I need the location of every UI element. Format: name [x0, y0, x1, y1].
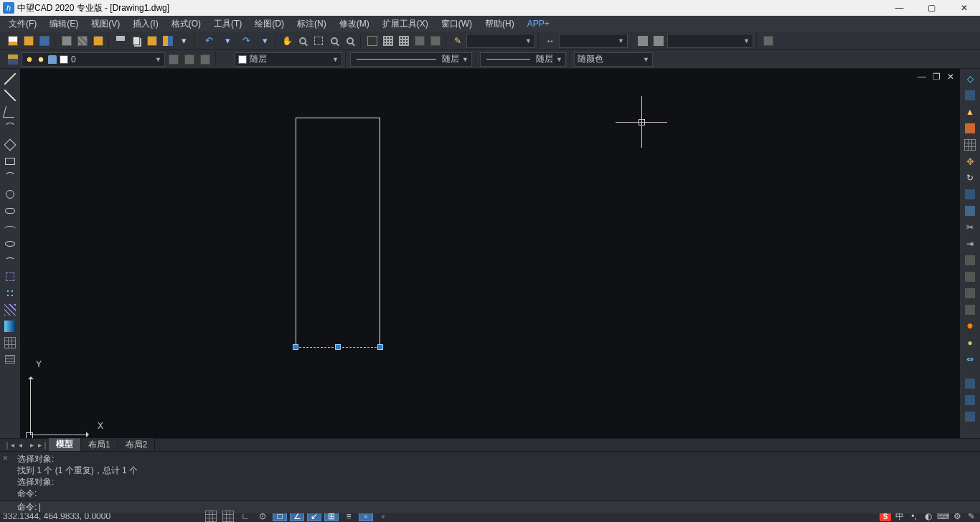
grip-start[interactable] [293, 344, 298, 350]
point-tool[interactable] [2, 286, 18, 300]
menu-tools[interactable]: 工具(T) [208, 16, 248, 32]
layer-walk-button[interactable] [198, 52, 212, 67]
copy-button[interactable] [129, 34, 143, 48]
workspace-select[interactable]: ▼ [667, 34, 753, 48]
layer-manager-button[interactable] [6, 52, 20, 67]
drawn-rectangle[interactable] [296, 118, 380, 347]
grip-end[interactable] [377, 344, 383, 350]
copy-tool[interactable] [962, 88, 978, 103]
zoom-prev-button[interactable] [327, 34, 341, 48]
new-button[interactable] [6, 34, 20, 48]
tile-h-button[interactable] [636, 34, 650, 48]
explode-tool[interactable]: ✸ [962, 319, 978, 333]
join-tool[interactable] [962, 270, 978, 284]
table-style-button[interactable] [397, 34, 411, 48]
arc-tool[interactable] [2, 121, 18, 136]
chamfer-tool[interactable] [962, 286, 978, 300]
tab-last-button[interactable]: ▸｜ [37, 440, 49, 450]
undo-drop[interactable]: ▾ [220, 34, 235, 48]
command-input[interactable]: 命令: [0, 500, 980, 513]
menu-express[interactable]: 扩展工具(X) [377, 16, 434, 32]
lineweight-select[interactable]: 随层 ▼ [480, 52, 566, 67]
dim-style-select[interactable]: ▼ [559, 34, 628, 48]
scale-tool[interactable] [962, 187, 978, 201]
menu-modify[interactable]: 修改(M) [334, 16, 375, 32]
line-tool[interactable] [2, 72, 18, 86]
offset-tool[interactable] [962, 121, 978, 136]
redo-drop[interactable]: ▾ [258, 34, 272, 48]
rotate-tool[interactable]: ↻ [962, 171, 978, 185]
redo-button[interactable]: ↷ [236, 34, 256, 48]
cleanscreen-button[interactable] [761, 34, 776, 48]
match-more-button[interactable]: ▾ [176, 34, 191, 48]
print-button[interactable] [60, 34, 74, 48]
rectangle-tool[interactable] [2, 154, 18, 169]
revcloud-tool[interactable] [2, 204, 18, 218]
layer-stack-2[interactable] [962, 393, 978, 407]
menu-help[interactable]: 帮助(H) [479, 16, 520, 32]
move-tool[interactable]: ✥ [962, 154, 978, 169]
doc-restore-button[interactable]: ❐ [931, 72, 941, 82]
spline-tool[interactable] [2, 220, 18, 234]
toggle-snap[interactable] [204, 511, 218, 521]
zoom-drop[interactable] [343, 34, 357, 48]
minimize-button[interactable]: — [883, 0, 915, 16]
fillet-tool[interactable] [962, 303, 978, 317]
close-button[interactable]: ✕ [948, 0, 980, 16]
design-center-button[interactable] [428, 34, 443, 48]
batch-print-button[interactable] [75, 34, 90, 48]
layer-prev-button[interactable] [166, 52, 181, 67]
tile-v-button[interactable] [651, 34, 666, 48]
erase-tool[interactable]: ◇ [962, 72, 978, 86]
command-close-button[interactable]: × [3, 453, 8, 463]
break-tool[interactable] [962, 253, 978, 267]
tab-first-button[interactable]: ｜◂ [3, 440, 14, 450]
dim-quick-button[interactable]: ↔ [543, 34, 557, 48]
undo-button[interactable]: ↶ [199, 34, 219, 48]
insert-tool[interactable] [2, 270, 18, 284]
doc-minimize-button[interactable]: — [917, 72, 927, 82]
highlight-style-select[interactable]: ▼ [466, 34, 535, 48]
tab-next-button[interactable]: ▸ [26, 440, 37, 450]
menu-draw[interactable]: 绘图(D) [249, 16, 290, 32]
drawing-canvas[interactable]: — ❐ ✕ Y X [20, 69, 960, 438]
gradient-tool[interactable] [2, 319, 18, 333]
toggle-grid[interactable] [221, 511, 235, 521]
trim-tool[interactable]: ✂ [962, 220, 978, 234]
pan-button[interactable]: ✋ [280, 34, 294, 48]
table-tool[interactable] [2, 352, 18, 366]
open-button[interactable] [22, 34, 36, 48]
region-tool[interactable] [2, 336, 18, 350]
dim-tool[interactable]: ⇔ [962, 352, 978, 366]
construction-line-tool[interactable] [2, 88, 18, 103]
menu-window[interactable]: 窗口(W) [435, 16, 478, 32]
tab-prev-button[interactable]: ◂ [14, 440, 26, 450]
zoom-realtime-button[interactable] [296, 34, 310, 48]
circle-tool[interactable] [2, 187, 18, 201]
arc3p-tool[interactable] [2, 171, 18, 185]
highlight-button[interactable]: ✎ [451, 34, 465, 48]
print-preview-button[interactable] [91, 34, 105, 48]
hatch-tool[interactable] [2, 303, 18, 317]
render-tool[interactable]: ● [962, 336, 978, 350]
table-button[interactable] [381, 34, 395, 48]
layer-stack-1[interactable] [962, 376, 978, 391]
tab-layout1[interactable]: 布局1 [81, 438, 118, 452]
menu-format[interactable]: 格式(O) [166, 16, 207, 32]
zoom-window-button[interactable] [311, 34, 326, 48]
array-tool[interactable] [962, 138, 978, 152]
doc-close-button[interactable]: ✕ [946, 72, 956, 82]
plotstyle-select[interactable]: 随颜色 ▼ [574, 52, 653, 67]
maximize-button[interactable]: ▢ [915, 0, 948, 16]
menu-file[interactable]: 文件(F) [3, 16, 42, 32]
menu-insert[interactable]: 插入(I) [127, 16, 164, 32]
menu-view[interactable]: 视图(V) [85, 16, 126, 32]
stretch-tool[interactable] [962, 204, 978, 218]
ellipse-tool[interactable] [2, 237, 18, 251]
save-button[interactable] [37, 34, 52, 48]
insert-block-button[interactable] [365, 34, 380, 48]
tab-model[interactable]: 模型 [49, 437, 81, 452]
mirror-tool[interactable]: ▲ [962, 105, 978, 119]
color-select[interactable]: 随层 ▼ [235, 52, 342, 67]
linetype-select[interactable]: 随层 ▼ [350, 52, 472, 67]
